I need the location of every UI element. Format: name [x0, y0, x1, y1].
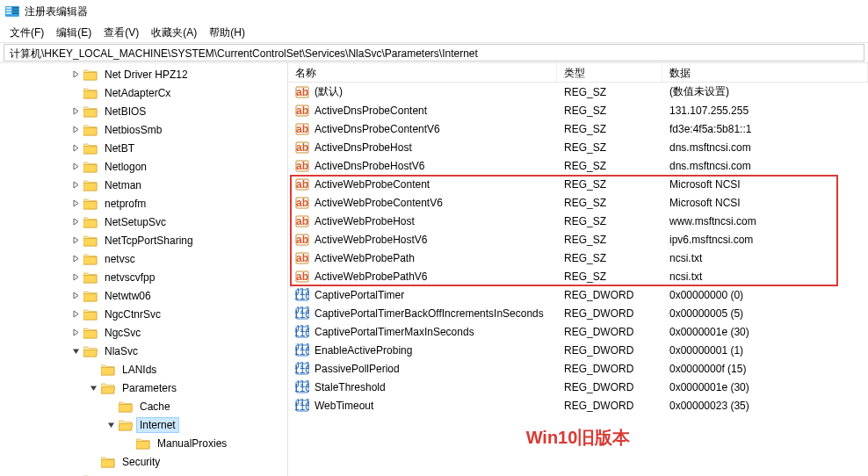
tree-item[interactable]: NetTcpPortSharing	[0, 231, 287, 249]
value-row[interactable]: abActiveWebProbeHostREG_SZwww.msftncsi.c…	[288, 212, 868, 230]
dword-value-icon: 011110	[295, 362, 309, 376]
tree-item-label: Security	[119, 454, 163, 470]
expand-icon[interactable]	[70, 179, 82, 191]
tree-item[interactable]: NetAdapterCx	[0, 83, 287, 102]
tree-item[interactable]: netvscvfpp	[0, 268, 287, 286]
expand-icon[interactable]	[70, 142, 82, 154]
value-type: REG_DWORD	[557, 307, 662, 320]
svg-text:ab: ab	[296, 234, 308, 246]
tree-item[interactable]: NetBIOS	[0, 102, 287, 120]
no-expander	[105, 400, 117, 412]
value-name: ActiveDnsProbeHost	[315, 141, 412, 154]
value-row[interactable]: abActiveWebProbePathV6REG_SZncsi.txt	[288, 267, 868, 285]
tree-item[interactable]: NlaSvc	[0, 342, 287, 360]
tree-item-label: NetbiosSmb	[101, 122, 165, 138]
value-row[interactable]: 011110EnableActiveProbingREG_DWORD0x0000…	[288, 341, 868, 359]
tree-item[interactable]: NetBT	[0, 139, 287, 157]
value-type: REG_DWORD	[557, 363, 662, 375]
string-value-icon: ab	[295, 251, 309, 265]
value-row[interactable]: abActiveWebProbeContentREG_SZMicrosoft N…	[288, 175, 868, 193]
tree-item[interactable]: netprofm	[0, 194, 287, 213]
value-row[interactable]: abActiveDnsProbeHostV6REG_SZdns.msftncsi…	[288, 156, 868, 175]
value-name: PassivePollPeriod	[315, 363, 400, 375]
tree-item[interactable]: NgcCtnrSvc	[0, 305, 287, 323]
tree-pane[interactable]: Net Driver HPZ12NetAdapterCxNetBIOSNetbi…	[0, 63, 288, 476]
value-row[interactable]: 011110CaptivePortalTimerREG_DWORD0x00000…	[288, 285, 868, 304]
col-header-data[interactable]: 数据	[662, 63, 868, 82]
folder-icon	[83, 308, 98, 321]
expand-icon[interactable]	[70, 69, 82, 80]
string-value-icon: ab	[295, 214, 309, 228]
tree-item-label: NetBIOS	[101, 104, 149, 119]
svg-text:110: 110	[295, 364, 309, 376]
value-row[interactable]: 011110CaptivePortalTimerBackOffIncrement…	[288, 304, 868, 322]
menu-help[interactable]: 帮助(H)	[203, 24, 251, 42]
tree-item[interactable]: Netman	[0, 176, 287, 194]
string-value-icon: ab	[295, 141, 309, 155]
expand-icon[interactable]	[70, 253, 82, 264]
value-data: 0x00000000 (0)	[662, 289, 868, 301]
tree-item[interactable]: NetbiosSmb	[0, 120, 287, 139]
collapse-icon[interactable]	[70, 345, 82, 357]
col-header-type[interactable]: 类型	[557, 63, 662, 82]
tree-item-label: Parameters	[119, 380, 180, 396]
tree-item[interactable]: Netlogon	[0, 157, 287, 176]
value-name: ActiveWebProbeContentV6	[315, 197, 443, 209]
value-row[interactable]: 011110WebTimeoutREG_DWORD0x00000023 (35)	[288, 396, 868, 415]
value-row[interactable]: abActiveDnsProbeContentREG_SZ131.107.255…	[288, 101, 868, 119]
tree-item[interactable]: npcap	[0, 471, 287, 476]
expand-icon[interactable]	[70, 124, 82, 135]
tree-item[interactable]: Net Driver HPZ12	[0, 65, 287, 83]
dword-value-icon: 011110	[295, 325, 309, 339]
tree-item[interactable]: NetSetupSvc	[0, 213, 287, 231]
col-header-name[interactable]: 名称	[288, 63, 557, 82]
tree-item[interactable]: netvsc	[0, 249, 287, 268]
svg-text:110: 110	[295, 290, 309, 302]
collapse-icon[interactable]	[88, 382, 99, 393]
value-row[interactable]: 011110PassivePollPeriodREG_DWORD0x000000…	[288, 359, 868, 378]
collapse-icon[interactable]	[105, 419, 117, 430]
value-type: REG_SZ	[557, 105, 662, 117]
value-row[interactable]: abActiveWebProbePathREG_SZncsi.txt	[288, 249, 868, 267]
regedit-icon	[5, 4, 19, 18]
value-type: REG_SZ	[557, 123, 662, 135]
value-row[interactable]: abActiveDnsProbeHostREG_SZdns.msftncsi.c…	[288, 138, 868, 156]
string-value-icon: ab	[295, 104, 309, 118]
expand-icon[interactable]	[70, 290, 82, 301]
tree-item[interactable]: Parameters	[0, 379, 287, 397]
menu-favorites[interactable]: 收藏夹(A)	[145, 24, 203, 42]
expand-icon[interactable]	[70, 308, 82, 320]
tree-item[interactable]: ManualProxies	[0, 434, 287, 452]
value-row[interactable]: abActiveWebProbeHostV6REG_SZipv6.msftncs…	[288, 230, 868, 249]
tree-item[interactable]: NgcSvc	[0, 323, 287, 342]
expand-icon[interactable]	[70, 271, 82, 283]
value-data: dns.msftncsi.com	[662, 160, 868, 172]
tree-item[interactable]: Security	[0, 452, 287, 471]
string-value-icon: ab	[295, 177, 309, 191]
menu-edit[interactable]: 编辑(E)	[50, 24, 98, 42]
dword-value-icon: 011110	[295, 399, 309, 413]
value-row[interactable]: 011110CaptivePortalTimerMaxInSecondsREG_…	[288, 322, 868, 341]
expand-icon[interactable]	[70, 105, 82, 117]
value-row[interactable]: abActiveWebProbeContentV6REG_SZMicrosoft…	[288, 193, 868, 212]
tree-item[interactable]: Internet	[0, 415, 287, 434]
folder-icon	[83, 327, 98, 339]
menu-file[interactable]: 文件(F)	[4, 24, 50, 42]
menu-view[interactable]: 查看(V)	[98, 24, 145, 42]
svg-rect-3	[6, 12, 11, 14]
tree-item[interactable]: Netwtw06	[0, 286, 287, 305]
list-body[interactable]: ab(默认)REG_SZ(数值未设置)abActiveDnsProbeConte…	[288, 83, 868, 476]
tree-item[interactable]: Cache	[0, 397, 287, 415]
expand-icon[interactable]	[70, 327, 82, 338]
tree-item[interactable]: LANIds	[0, 360, 287, 379]
expand-icon[interactable]	[70, 234, 82, 246]
value-name: CaptivePortalTimer	[315, 289, 404, 301]
value-row[interactable]: 011110StaleThresholdREG_DWORD0x0000001e …	[288, 378, 868, 396]
expand-icon[interactable]	[70, 216, 82, 227]
expand-icon[interactable]	[70, 161, 82, 172]
address-input[interactable]: 计算机\HKEY_LOCAL_MACHINE\SYSTEM\CurrentCon…	[4, 44, 864, 61]
value-name: (默认)	[315, 84, 343, 99]
value-row[interactable]: ab(默认)REG_SZ(数值未设置)	[288, 83, 868, 101]
expand-icon[interactable]	[70, 198, 82, 209]
value-row[interactable]: abActiveDnsProbeContentV6REG_SZfd3e:4f5a…	[288, 119, 868, 138]
